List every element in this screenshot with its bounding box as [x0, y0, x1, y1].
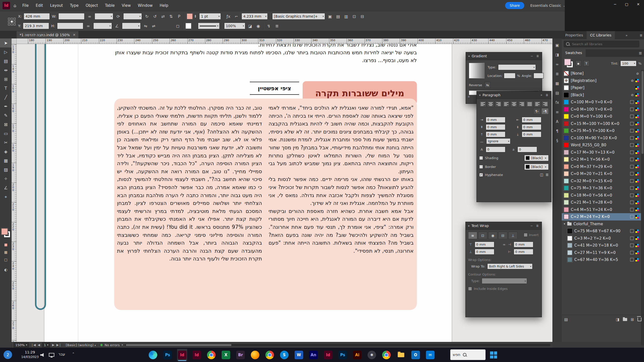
gradient-stop-icon[interactable]: ⌂ [468, 95, 469, 98]
fill-color-chip[interactable] [185, 23, 191, 29]
constrain-proportions-icon[interactable]: ∞ [87, 14, 93, 19]
swatch-row[interactable]: C=2 M=1 Y=56 K=0 [562, 156, 641, 163]
first-page-button[interactable]: ❘◀ [31, 343, 36, 347]
quick-apply-icon[interactable]: ↯ [266, 24, 272, 28]
scissors-tool[interactable]: ✂ [0, 138, 12, 147]
kashida-combo[interactable]: Ignore▾ [486, 138, 510, 144]
taskbar-clock[interactable]: 11:29 14/03/2023 [16, 350, 44, 359]
opacity-combo[interactable]: 100%▾ [224, 23, 245, 29]
proxy-arrow-icon[interactable]: ⇌ [151, 24, 157, 28]
layers-panel-icon[interactable]: ◨ [553, 52, 561, 58]
indent-input-6[interactable] [522, 131, 541, 137]
rotate-ccw-button[interactable]: ↺ [152, 14, 158, 19]
wrap-jump-to-next-column-button[interactable]: ⊥ [508, 232, 517, 239]
gradient-location-field[interactable] [504, 73, 515, 78]
text-wrap-collapse-icon[interactable]: − [530, 224, 534, 228]
close-tab-icon[interactable]: ✕ [73, 33, 76, 37]
formatting-affects-text-button[interactable]: T [583, 60, 589, 66]
swatch-row[interactable]: Word_R255_G0_B0 [562, 142, 641, 149]
align-justify-all-button[interactable] [526, 101, 533, 107]
horizontal-scrollbar[interactable] [125, 344, 550, 346]
tint-combo[interactable]: 100▾ [620, 61, 636, 66]
teal-border-frame[interactable] [35, 44, 46, 310]
swatch-row[interactable]: [Paper] [562, 84, 641, 92]
shear-angle-combo[interactable]: ▾ [122, 23, 141, 29]
rotate-cw-button[interactable]: ↻ [144, 14, 150, 19]
swatch-row[interactable]: C=4 M=51 Y=24 K=0 [562, 206, 641, 213]
screen-mode-button[interactable]: ◐ [0, 266, 12, 274]
dock-menu-icon[interactable]: ≣ [638, 31, 644, 39]
taskbar-app-bridge[interactable]: Br [235, 349, 246, 361]
windows-start-button[interactable] [490, 351, 497, 358]
measure-tool[interactable]: ∠ [0, 183, 12, 192]
fit-frame-button[interactable]: ⊟ [359, 14, 365, 19]
swatch-row[interactable]: C=0 M=20 Y=21 K=0 [562, 170, 641, 177]
swatch-row[interactable]: C=0 M=0 Y=100 K=0 [562, 113, 641, 120]
stroke-color-chip[interactable] [187, 13, 193, 19]
color-modes-icon[interactable]: ◨ [616, 317, 619, 322]
taskbar-app-skype[interactable]: S [279, 349, 289, 361]
swatch-row[interactable]: C=2 M=24 Y=2 K=0 [562, 213, 641, 220]
character-styles-panel-icon[interactable]: A [553, 119, 561, 125]
invert-checkbox[interactable] [524, 233, 528, 237]
preflight-profile-menu[interactable]: [Basic] (working) ▾ [66, 343, 96, 347]
tab-properties[interactable]: Properties [562, 31, 587, 39]
taskbar-app-file-explorer[interactable] [396, 349, 406, 361]
gradient-feather-tool[interactable]: ▨ [0, 165, 12, 174]
taskbar-app-excel[interactable]: X [221, 349, 231, 361]
swatch-row[interactable]: C=32 M=0 Y=15 K=0 [562, 177, 641, 185]
gradient-menu-icon[interactable]: ≣ [536, 54, 540, 58]
apply-none-button[interactable]: ▢ [0, 256, 12, 263]
pen-tool[interactable]: ✒ [0, 102, 12, 111]
library-search-input[interactable] [572, 42, 637, 46]
direct-selection-tool[interactable]: ▷ [0, 48, 12, 57]
share-button[interactable]: Share [505, 2, 524, 9]
wrap-object-shape-button[interactable]: ◉ [488, 232, 497, 239]
paragraph-menu-icon[interactable]: ≣ [545, 93, 549, 97]
offset-input-4[interactable] [514, 249, 533, 255]
dropcap-input-1[interactable] [486, 147, 505, 152]
library-search-bar[interactable] [564, 41, 639, 47]
scale-x-combo[interactable]: ▾ [95, 13, 113, 20]
content-collector-tool[interactable]: ⊞ [0, 75, 12, 84]
swatch-row[interactable]: C=27 M=11 Y=9 K=0 [562, 249, 641, 256]
reference-point-proxy[interactable] [8, 17, 16, 26]
corner-radius-combo[interactable]: 4.233 mm▾ [242, 13, 268, 20]
align-panel-icon[interactable]: ≡ [553, 109, 561, 115]
indent-input-4[interactable] [522, 124, 541, 130]
display-icon[interactable] [49, 353, 54, 357]
taskbar-app-word[interactable]: W [294, 349, 304, 361]
new-color-group-icon[interactable] [623, 318, 627, 321]
maximize-button[interactable]: ▢ [621, 0, 632, 9]
swatch-row[interactable]: C=75 M=5 Y=100 K=0 [562, 127, 641, 134]
swatch-row[interactable]: [None]⊘ [562, 70, 641, 77]
caret-down-icon[interactable]: ▾ [564, 222, 565, 225]
apply-color-button[interactable]: ■ [0, 241, 12, 248]
page-number-combo[interactable]: 1▾ [42, 342, 50, 347]
paragraph-panel-icon[interactable]: ¶ [553, 128, 561, 134]
swatch-row[interactable]: C=75 M=68 Y=67 K=90 [562, 228, 641, 235]
wrap-bounding-box-button[interactable]: ⊡ [478, 232, 487, 239]
document-tab[interactable]: *1 כתבה להדסה.indd @ 150% ✕ [17, 31, 79, 38]
menu-window[interactable]: Window [134, 0, 156, 11]
tab-cc-libraries[interactable]: CC Libraries [587, 31, 615, 39]
fill-stroke-proxy[interactable] [1, 228, 11, 238]
shading-color-combo[interactable]: [Black]▾ [524, 155, 549, 161]
wrap-none-button[interactable]: ▣ [327, 14, 333, 19]
flip-icons-secondary[interactable]: ⇋ [143, 24, 149, 28]
height-field[interactable] [57, 23, 83, 29]
text-wrap-menu-icon[interactable]: ≣ [535, 224, 539, 228]
effects-icon[interactable]: ƒx [225, 14, 231, 19]
author-name-frame[interactable]: ציפי אפשטיין [250, 82, 299, 95]
type-tool[interactable]: T [0, 84, 12, 93]
line-tool[interactable]: ╱ [0, 93, 12, 102]
swatch-row[interactable]: C=15 M=100 Y=100 K=0 [562, 120, 641, 127]
swatch-row[interactable]: C=3 M=2 Y=2 K=0 [562, 235, 641, 242]
align-toward-spine-button[interactable] [534, 101, 541, 107]
control-panel-menu-icon[interactable]: ≣ [274, 24, 280, 28]
stroke-weight-combo[interactable]: 1 pt▾ [199, 13, 221, 20]
stroke-type-combo[interactable]: ▾ [198, 23, 220, 29]
link-offsets-icon[interactable]: ∞ [502, 243, 507, 246]
swatch-row[interactable]: C=67 M=40 Y=36 K=5 [562, 256, 641, 263]
taskbar-app-firefox[interactable] [250, 349, 260, 361]
